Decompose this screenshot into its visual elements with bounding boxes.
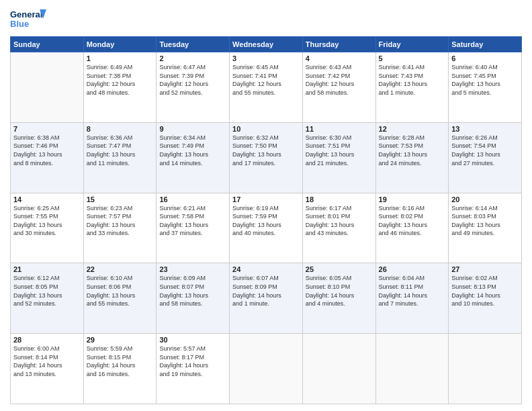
day-info: Sunrise: 5:57 AM Sunset: 8:17 PM Dayligh… [159,345,226,378]
calendar-cell: 17Sunrise: 6:19 AM Sunset: 7:59 PM Dayli… [230,193,303,263]
calendar-cell: 23Sunrise: 6:09 AM Sunset: 8:07 PM Dayli… [157,263,230,334]
header: General Blue [10,7,522,32]
calendar-cell: 18Sunrise: 6:17 AM Sunset: 8:01 PM Dayli… [302,193,375,263]
calendar-cell [375,334,449,404]
day-info: Sunrise: 6:47 AM Sunset: 7:39 PM Dayligh… [159,63,226,97]
calendar-cell: 13Sunrise: 6:26 AM Sunset: 7:54 PM Dayli… [449,122,522,193]
day-number: 24 [232,265,300,273]
day-info: Sunrise: 6:09 AM Sunset: 8:07 PM Dayligh… [159,274,226,308]
calendar-week-row: 7Sunrise: 6:38 AM Sunset: 7:46 PM Daylig… [11,122,522,193]
day-number: 15 [87,195,154,203]
day-info: Sunrise: 6:12 AM Sunset: 8:05 PM Dayligh… [13,274,81,308]
day-number: 22 [87,265,154,273]
day-number: 21 [13,265,81,273]
day-number: 14 [13,195,81,203]
day-info: Sunrise: 6:38 AM Sunset: 7:46 PM Dayligh… [13,134,81,167]
calendar-cell: 10Sunrise: 6:32 AM Sunset: 7:50 PM Dayli… [230,122,303,193]
day-number: 19 [379,195,446,203]
day-number: 12 [379,125,446,133]
day-number: 27 [451,265,519,273]
day-number: 26 [379,265,446,273]
calendar-cell: 11Sunrise: 6:30 AM Sunset: 7:51 PM Dayli… [302,122,375,193]
day-info: Sunrise: 6:40 AM Sunset: 7:45 PM Dayligh… [451,63,519,97]
calendar-header-friday: Friday [375,37,449,52]
day-number: 28 [13,336,81,344]
svg-text:Blue: Blue [10,19,29,29]
day-info: Sunrise: 6:17 AM Sunset: 8:01 PM Dayligh… [306,204,373,238]
day-info: Sunrise: 6:14 AM Sunset: 8:03 PM Dayligh… [451,204,519,238]
day-number: 4 [306,54,373,62]
day-info: Sunrise: 6:25 AM Sunset: 7:55 PM Dayligh… [13,204,81,238]
calendar-cell: 28Sunrise: 6:00 AM Sunset: 8:14 PM Dayli… [11,334,84,404]
day-info: Sunrise: 6:36 AM Sunset: 7:47 PM Dayligh… [87,134,154,167]
day-number: 9 [159,125,226,133]
day-number: 16 [159,195,226,203]
calendar-cell: 5Sunrise: 6:41 AM Sunset: 7:43 PM Daylig… [375,52,449,123]
calendar-cell: 30Sunrise: 5:57 AM Sunset: 8:17 PM Dayli… [157,334,230,404]
day-info: Sunrise: 6:19 AM Sunset: 7:59 PM Dayligh… [232,204,300,238]
day-number: 23 [159,265,226,273]
day-info: Sunrise: 5:59 AM Sunset: 8:15 PM Dayligh… [87,345,154,378]
day-info: Sunrise: 6:28 AM Sunset: 7:53 PM Dayligh… [379,134,446,167]
day-number: 3 [232,54,300,62]
day-info: Sunrise: 6:02 AM Sunset: 8:13 PM Dayligh… [451,274,519,308]
day-info: Sunrise: 6:00 AM Sunset: 8:14 PM Dayligh… [13,345,81,378]
calendar-cell [449,334,522,404]
day-info: Sunrise: 6:07 AM Sunset: 8:09 PM Dayligh… [232,274,300,308]
calendar-cell: 27Sunrise: 6:02 AM Sunset: 8:13 PM Dayli… [449,263,522,334]
calendar-cell: 25Sunrise: 6:05 AM Sunset: 8:10 PM Dayli… [302,263,375,334]
calendar-cell: 1Sunrise: 6:49 AM Sunset: 7:38 PM Daylig… [83,52,157,123]
day-number: 10 [232,125,300,133]
page: General Blue SundayMondayTuesdayWednesda… [0,0,532,411]
calendar-cell: 2Sunrise: 6:47 AM Sunset: 7:39 PM Daylig… [157,52,230,123]
logo: General Blue [10,7,47,32]
day-info: Sunrise: 6:10 AM Sunset: 8:06 PM Dayligh… [87,274,154,308]
day-number: 25 [306,265,373,273]
calendar-cell: 7Sunrise: 6:38 AM Sunset: 7:46 PM Daylig… [11,122,84,193]
calendar-cell: 3Sunrise: 6:45 AM Sunset: 7:41 PM Daylig… [230,52,303,123]
calendar-cell: 21Sunrise: 6:12 AM Sunset: 8:05 PM Dayli… [11,263,84,334]
calendar-week-row: 14Sunrise: 6:25 AM Sunset: 7:55 PM Dayli… [11,193,522,263]
calendar-header-thursday: Thursday [302,37,375,52]
day-info: Sunrise: 6:45 AM Sunset: 7:41 PM Dayligh… [232,63,300,97]
calendar-cell: 8Sunrise: 6:36 AM Sunset: 7:47 PM Daylig… [83,122,157,193]
day-number: 8 [87,125,154,133]
calendar-header-wednesday: Wednesday [230,37,303,52]
day-info: Sunrise: 6:05 AM Sunset: 8:10 PM Dayligh… [306,274,373,308]
day-number: 13 [451,125,519,133]
day-number: 30 [159,336,226,344]
calendar-cell: 9Sunrise: 6:34 AM Sunset: 7:49 PM Daylig… [157,122,230,193]
calendar-week-row: 28Sunrise: 6:00 AM Sunset: 8:14 PM Dayli… [11,334,522,404]
calendar-cell: 19Sunrise: 6:16 AM Sunset: 8:02 PM Dayli… [375,193,449,263]
calendar-cell: 16Sunrise: 6:21 AM Sunset: 7:58 PM Dayli… [157,193,230,263]
day-info: Sunrise: 6:23 AM Sunset: 7:57 PM Dayligh… [87,204,154,238]
day-number: 18 [306,195,373,203]
day-info: Sunrise: 6:34 AM Sunset: 7:49 PM Dayligh… [159,134,226,167]
calendar-cell [11,52,84,123]
day-info: Sunrise: 6:16 AM Sunset: 8:02 PM Dayligh… [379,204,446,238]
day-number: 5 [379,54,446,62]
svg-text:General: General [10,9,42,19]
logo-svg: General Blue [10,7,47,32]
calendar-header-monday: Monday [83,37,157,52]
calendar-header-sunday: Sunday [11,37,84,52]
day-number: 20 [451,195,519,203]
calendar-cell: 12Sunrise: 6:28 AM Sunset: 7:53 PM Dayli… [375,122,449,193]
calendar-cell: 4Sunrise: 6:43 AM Sunset: 7:42 PM Daylig… [302,52,375,123]
day-info: Sunrise: 6:32 AM Sunset: 7:50 PM Dayligh… [232,134,300,167]
day-number: 2 [159,54,226,62]
day-number: 7 [13,125,81,133]
calendar-cell: 22Sunrise: 6:10 AM Sunset: 8:06 PM Dayli… [83,263,157,334]
day-info: Sunrise: 6:49 AM Sunset: 7:38 PM Dayligh… [87,63,154,97]
calendar-week-row: 21Sunrise: 6:12 AM Sunset: 8:05 PM Dayli… [11,263,522,334]
day-info: Sunrise: 6:26 AM Sunset: 7:54 PM Dayligh… [451,134,519,167]
calendar-cell [302,334,375,404]
calendar-cell: 14Sunrise: 6:25 AM Sunset: 7:55 PM Dayli… [11,193,84,263]
calendar-cell: 15Sunrise: 6:23 AM Sunset: 7:57 PM Dayli… [83,193,157,263]
day-number: 11 [306,125,373,133]
day-number: 29 [87,336,154,344]
calendar-header-row: SundayMondayTuesdayWednesdayThursdayFrid… [11,37,522,52]
day-info: Sunrise: 6:21 AM Sunset: 7:58 PM Dayligh… [159,204,226,238]
day-number: 17 [232,195,300,203]
calendar-week-row: 1Sunrise: 6:49 AM Sunset: 7:38 PM Daylig… [11,52,522,123]
